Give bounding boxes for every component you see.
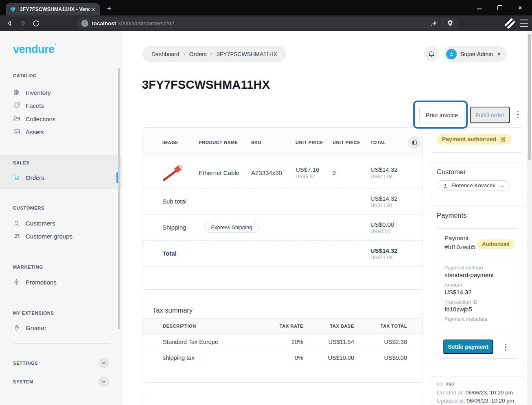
order-items-card: IMAGE PRODUCT NAME SKU UNIT PRICE UNIT P…	[142, 127, 423, 290]
settle-payment-button[interactable]: Settle payment	[443, 339, 493, 354]
order-line-row: Ethernet Cable A23334x30 US$7.16 US$5.97…	[142, 157, 423, 188]
sidebar-group-system[interactable]: SYSTEM	[13, 375, 109, 388]
browser-menu-icon[interactable]	[520, 20, 528, 27]
folder-icon	[13, 115, 20, 123]
col-unit-price: UNIT PRICE	[296, 140, 333, 145]
sidebar-item-assets[interactable]: Assets	[13, 125, 44, 138]
site-info-icon[interactable]: !	[81, 20, 88, 27]
page-scrollbar[interactable]	[527, 31, 532, 405]
sidebar-item-customers[interactable]: Customers	[13, 217, 55, 230]
customer-card-title: Customer	[437, 168, 524, 176]
breadcrumb-orders[interactable]: Orders	[189, 51, 207, 57]
sidebar-scrollbar[interactable]	[118, 68, 120, 329]
chevron-down-icon[interactable]	[99, 377, 109, 387]
print-invoice-button[interactable]: Print invoice	[419, 107, 464, 123]
minimize-button[interactable]	[475, 3, 484, 12]
browser-tab[interactable]: 3FY7FSCWSHMA11HX • Vendure ✕	[6, 3, 100, 15]
tab-close-icon[interactable]: ✕	[90, 7, 97, 13]
columns-icon	[412, 140, 418, 146]
chevron-right-icon: ›	[211, 51, 212, 57]
shipping-row: Shipping Express Shipping US$0.00 US$0.0…	[142, 215, 423, 241]
fulfill-order-button[interactable]: Fulfill order	[470, 107, 510, 123]
share-icon[interactable]	[430, 20, 438, 27]
sidebar-item-greeter[interactable]: Greeter	[13, 321, 46, 334]
back-button[interactable]	[3, 17, 16, 30]
product-image	[162, 163, 199, 182]
browser-window: 3FY7FSCWSHMA11HX • Vendure ✕ + ✕ ! local…	[0, 0, 532, 405]
tax-summary-title: Tax summary	[142, 297, 423, 314]
unit-price-cell: US$7.16 US$5.97	[296, 166, 333, 180]
col-tax-total: TAX TOTAL	[354, 324, 407, 328]
sub-total-row: Sub total US$14.32 US$11.94	[142, 188, 423, 215]
url-text: localhost:3000/admin/orders/292	[92, 20, 174, 26]
chevron-down-icon: ▼	[497, 52, 501, 57]
breadcrumb: Dashboard › Orders › 3FY7FSCWSHMA11HX	[142, 46, 286, 62]
refresh-button[interactable]	[29, 17, 42, 30]
payment-amount-value: US$14.32	[444, 289, 518, 296]
entity-updated: Updated at: 06/06/23, 10:20 pm	[437, 397, 517, 405]
shipping-method-chip[interactable]: Express Shipping	[204, 222, 258, 233]
sidebar-item-collections[interactable]: Collections	[13, 112, 55, 125]
window-controls: ✕	[475, 0, 529, 15]
brave-shield-icon[interactable]	[447, 20, 454, 27]
new-tab-button[interactable]: +	[104, 4, 114, 13]
sidebar-divider	[13, 343, 109, 344]
sidebar-item-inventory[interactable]: Inventory	[13, 86, 51, 99]
tab-title: 3FY7FSCWSHMA11HX • Vendure	[20, 7, 90, 12]
notifications-button[interactable]	[424, 46, 439, 61]
order-state-card: Payment authorized	[430, 127, 524, 153]
url-bar[interactable]: ! localhost:3000/admin/orders/292	[77, 17, 458, 29]
customer-link[interactable]: Florence Kovacek →	[437, 180, 510, 190]
col-tax-rate: TAX RATE	[258, 324, 303, 328]
vendure-logo[interactable]: vendure’	[13, 42, 56, 56]
tax-row: shipping tax 0% US$10.00 US$0.00	[142, 350, 423, 366]
forward-button[interactable]	[16, 17, 29, 30]
tax-summary-card: Tax summary DESCRIPTION TAX RATE TAX BAS…	[142, 297, 423, 383]
user-menu[interactable]: Super Admin ▼	[443, 46, 507, 62]
col-tax-base: TAX BASE	[303, 324, 354, 328]
total-value: US$14.32 US$11.94	[370, 247, 398, 260]
browser-titlebar: 3FY7FSCWSHMA11HX • Vendure ✕ + ✕	[0, 0, 532, 15]
tax-row: Standard Tax Europe 20% US$11.94 US$2.38	[142, 334, 423, 350]
close-button[interactable]: ✕	[516, 3, 525, 12]
breadcrumb-dashboard[interactable]: Dashboard	[151, 51, 180, 57]
items-table-header: IMAGE PRODUCT NAME SKU UNIT PRICE UNIT P…	[142, 128, 423, 157]
section-label-marketing: MARKETING	[13, 265, 43, 269]
payment-menu-icon[interactable]	[505, 344, 506, 350]
sidebar-item-customer-groups[interactable]: Customer groups	[13, 230, 72, 243]
column-settings-button[interactable]	[408, 136, 421, 149]
promotion-icon	[13, 278, 20, 286]
vendure-favicon-icon	[10, 6, 17, 13]
breadcrumb-current: 3FY7FSCWSHMA11HX	[217, 51, 277, 57]
product-name[interactable]: Ethernet Cable	[199, 169, 251, 176]
payment-method-value: standard-payment	[444, 271, 518, 278]
user-name: Super Admin	[460, 51, 493, 57]
maximize-button[interactable]	[495, 3, 504, 12]
scrollbar-thumb[interactable]	[528, 34, 531, 160]
payments-card: Payments Payment #fd10zwjb5 Authorized P…	[430, 206, 524, 364]
sidebar-item-orders[interactable]: Orders	[13, 171, 44, 184]
col-description: DESCRIPTION	[163, 324, 258, 328]
arrow-right-icon: →	[499, 182, 504, 188]
sidebar-item-facets[interactable]: Facets	[13, 99, 44, 112]
total-label: Total	[162, 250, 177, 257]
order-state-badge[interactable]: Payment authorized	[437, 134, 511, 144]
entity-created: Created at: 06/06/23, 10:20 pm	[437, 389, 517, 397]
col-product-name: PRODUCT NAME	[199, 140, 251, 145]
sidebar-group-settings[interactable]: SETTINGS	[13, 357, 109, 370]
sidebar-item-promotions[interactable]: Promotions	[13, 276, 57, 289]
next-section-card	[142, 393, 423, 405]
payment-actions: Settle payment	[437, 335, 518, 359]
person-icon	[442, 183, 448, 188]
section-label-sales: SALES	[13, 160, 30, 165]
inventory-icon	[13, 89, 20, 96]
tag-icon	[13, 102, 20, 109]
divider	[442, 20, 442, 26]
profile-avatar[interactable]	[504, 18, 515, 28]
people-icon	[13, 232, 20, 240]
section-label-customers: CUSTOMERS	[13, 206, 44, 210]
payment-status-badge: Authorized	[477, 239, 514, 249]
avatar	[446, 49, 457, 59]
order-actions-menu-icon[interactable]	[517, 111, 519, 118]
chevron-down-icon[interactable]	[99, 358, 109, 368]
